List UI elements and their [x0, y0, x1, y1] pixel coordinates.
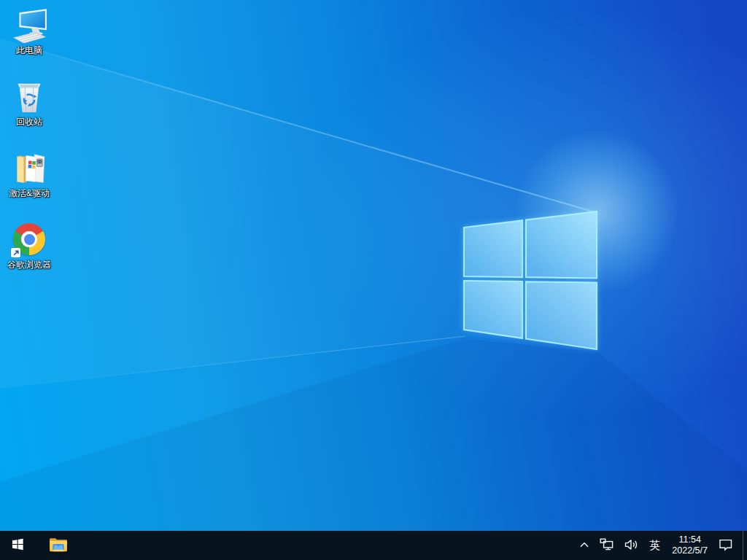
- desktop-icon-this-pc[interactable]: 此电脑: [1, 6, 58, 55]
- speaker-icon: [624, 539, 638, 553]
- clock-time: 11:54: [678, 534, 700, 545]
- desktop-icon-recycle-bin[interactable]: 回收站: [1, 77, 58, 127]
- system-tray: 英 11:54 2022/5/7: [574, 531, 747, 560]
- chrome-icon: [10, 220, 48, 258]
- hidden-icons-button[interactable]: [574, 531, 595, 560]
- action-center-button[interactable]: [713, 531, 738, 560]
- clock[interactable]: 11:54 2022/5/7: [666, 531, 713, 560]
- chevron-up-icon: [579, 540, 589, 551]
- shortcut-arrow-icon: [11, 248, 20, 257]
- icon-label: 此电脑: [16, 45, 42, 55]
- icon-label: 激活&驱动: [9, 188, 50, 198]
- open-folder-icon: [10, 149, 48, 187]
- notification-icon: [719, 538, 733, 553]
- desktop-icon-activation-drivers[interactable]: 激活&驱动: [1, 149, 58, 198]
- wallpaper: [0, 0, 747, 560]
- wallpaper-windows-logo: [460, 207, 603, 354]
- volume-button[interactable]: [619, 531, 643, 560]
- desktop: 此电脑: [0, 0, 747, 560]
- clock-date: 2022/5/7: [672, 545, 708, 556]
- start-icon: [12, 538, 24, 553]
- file-explorer-button[interactable]: [41, 531, 76, 560]
- show-desktop-button[interactable]: [743, 531, 747, 560]
- icon-label: 谷歌浏览器: [7, 260, 51, 270]
- start-button[interactable]: [0, 531, 35, 560]
- taskbar: 英 11:54 2022/5/7: [0, 531, 747, 560]
- file-explorer-icon: [49, 537, 68, 555]
- input-method-indicator[interactable]: 英: [643, 531, 666, 560]
- icon-label: 回收站: [16, 117, 42, 127]
- recycle-bin-icon: [10, 77, 48, 115]
- network-button[interactable]: [595, 531, 619, 560]
- ethernet-icon: [600, 538, 614, 553]
- desktop-icon-chrome[interactable]: 谷歌浏览器: [1, 220, 58, 270]
- this-pc-icon: [10, 6, 48, 44]
- chrome-center: [24, 234, 35, 245]
